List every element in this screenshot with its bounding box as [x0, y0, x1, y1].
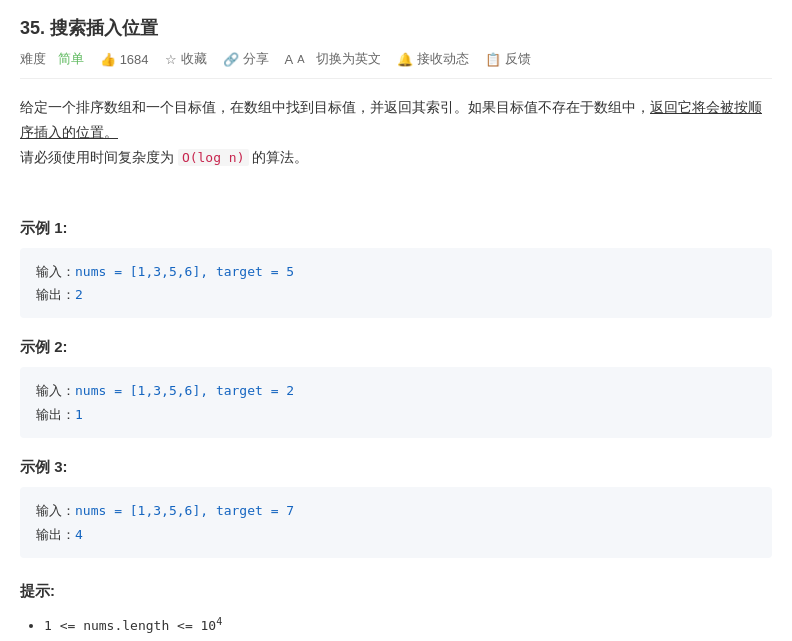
complexity-code: O(log n): [178, 149, 249, 166]
like-button[interactable]: 👍 1684: [100, 52, 149, 67]
hints-list: 1 <= nums.length <= 104 -104 <= nums[i] …: [20, 611, 772, 641]
share-icon: 🔗: [223, 52, 239, 67]
example-section-3: 示例 3: 输入：nums = [1,3,5,6], target = 7 输出…: [20, 458, 772, 558]
star-icon: ☆: [165, 52, 177, 67]
problem-description: 给定一个排序数组和一个目标值，在数组中找到目标值，并返回其索引。如果目标值不存在…: [20, 95, 772, 171]
toolbar: 难度 简单 👍 1684 ☆ 收藏 🔗 分享 AA 切换为英文 🔔 接收动态 📋…: [20, 50, 772, 79]
notification-label: 接收动态: [417, 50, 469, 68]
example-1-output: 输出：2: [36, 283, 756, 306]
collect-button[interactable]: ☆ 收藏: [165, 50, 207, 68]
example-3-output: 输出：4: [36, 523, 756, 546]
difficulty-value: 简单: [58, 50, 84, 68]
feedback-icon: 📋: [485, 52, 501, 67]
example-3-title: 示例 3:: [20, 458, 772, 477]
problem-title: 35. 搜索插入位置: [20, 16, 772, 40]
description-part1: 给定一个排序数组和一个目标值，在数组中找到目标值，并返回其索引。如果目标值不存在…: [20, 99, 762, 140]
like-count: 1684: [120, 52, 149, 67]
description-part3: 的算法。: [249, 149, 309, 165]
example-2-title: 示例 2:: [20, 338, 772, 357]
hints-title: 提示:: [20, 582, 772, 601]
example-2-box: 输入：nums = [1,3,5,6], target = 2 输出：1: [20, 367, 772, 438]
example-1-title: 示例 1:: [20, 219, 772, 238]
translate-icon-2: A: [297, 53, 304, 65]
description-part2: 请必须使用时间复杂度为: [20, 149, 178, 165]
feedback-button[interactable]: 📋 反馈: [485, 50, 531, 68]
bell-icon: 🔔: [397, 52, 413, 67]
translate-icon: A: [285, 52, 294, 67]
example-section-1: 示例 1: 输入：nums = [1,3,5,6], target = 5 输出…: [20, 219, 772, 319]
example-section-2: 示例 2: 输入：nums = [1,3,5,6], target = 2 输出…: [20, 338, 772, 438]
difficulty-label: 难度 简单: [20, 50, 84, 68]
example-2-output: 输出：1: [36, 403, 756, 426]
hints-section: 提示: 1 <= nums.length <= 104 -104 <= nums…: [20, 582, 772, 641]
share-label: 分享: [243, 50, 269, 68]
example-1-input: 输入：nums = [1,3,5,6], target = 5: [36, 260, 756, 283]
example-1-box: 输入：nums = [1,3,5,6], target = 5 输出：2: [20, 248, 772, 319]
collect-label: 收藏: [181, 50, 207, 68]
feedback-label: 反馈: [505, 50, 531, 68]
hint-item-1: 1 <= nums.length <= 104: [44, 611, 772, 639]
notification-button[interactable]: 🔔 接收动态: [397, 50, 469, 68]
example-3-box: 输入：nums = [1,3,5,6], target = 7 输出：4: [20, 487, 772, 558]
switch-language-button[interactable]: AA 切换为英文: [285, 50, 382, 68]
example-2-input: 输入：nums = [1,3,5,6], target = 2: [36, 379, 756, 402]
switch-label: 切换为英文: [316, 50, 381, 68]
difficulty-text: 难度: [20, 50, 46, 68]
example-3-input: 输入：nums = [1,3,5,6], target = 7: [36, 499, 756, 522]
page-container: 35. 搜索插入位置 难度 简单 👍 1684 ☆ 收藏 🔗 分享 AA 切换为…: [0, 0, 792, 641]
like-icon: 👍: [100, 52, 116, 67]
share-button[interactable]: 🔗 分享: [223, 50, 269, 68]
